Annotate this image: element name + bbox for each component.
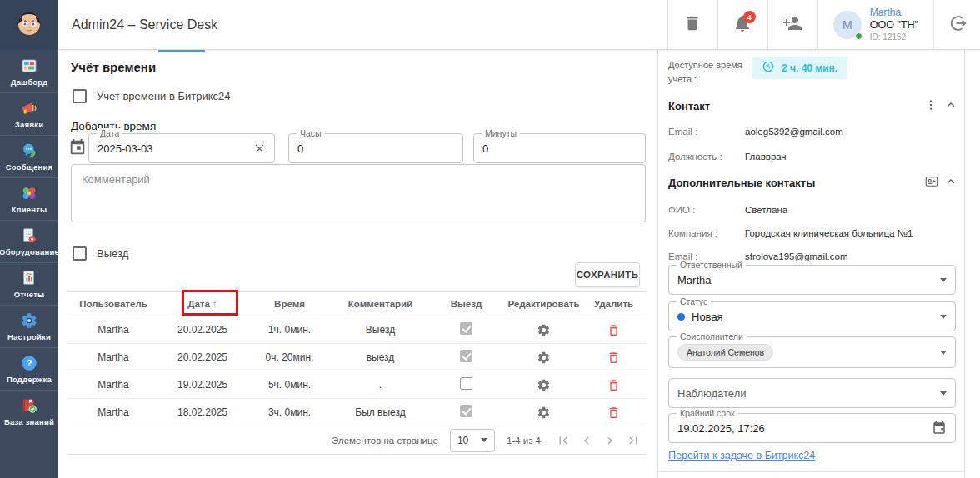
deadline-field-label: Крайний срок [677,408,738,418]
status-value: Новая [692,311,723,323]
sidebar-item-dashboard[interactable]: Дашборд [0,50,58,92]
trip-checkbox-row-0[interactable] [460,322,472,335]
sidebar-item-equipment[interactable]: Оборудование [0,220,58,262]
table-row: Martha 20.02.2025 0ч. 20мин. выезд [67,344,646,371]
user-avatar: M [833,11,862,39]
collapse-chevron-icon[interactable] [944,98,958,112]
trip-checkbox-row-2[interactable] [460,377,472,390]
sidebar-item-label: Сообщения [6,162,53,172]
calendar-icon[interactable] [932,421,947,436]
edit-button[interactable] [537,351,551,365]
edit-button[interactable] [537,378,551,392]
available-time-label: Доступное время учета : [668,58,753,86]
coexecutors-select[interactable]: Соисполнители Анатолий Семенов [668,336,956,368]
sidebar-item-tickets[interactable]: Заявки [0,92,58,135]
calendar-icon[interactable] [68,138,87,160]
field-value: aoleg5392@gmail.com [745,127,843,137]
trash-button[interactable] [668,0,718,49]
clear-date-icon[interactable] [253,142,266,155]
hours-field[interactable]: Часы [288,133,463,163]
cell-date: 20.02.2025 [160,324,245,336]
edit-button[interactable] [537,323,551,337]
cell-date: 20.02.2025 [160,351,245,363]
add-user-button[interactable] [768,0,818,49]
available-time-badge: 2 ч. 40 мин. [752,57,848,79]
cell-time: 5ч. 0мин. [245,379,334,391]
sidebar-item-knowledge-base[interactable]: База знаний [0,390,58,432]
status-select[interactable]: Статус Новая [668,301,956,331]
bitrix-time-checkbox[interactable] [72,89,87,103]
cell-user: Martha [67,406,160,418]
field-label: Должность : [668,152,745,162]
status-select-label: Статус [677,296,711,306]
trip-checkbox-row-1[interactable] [460,350,472,362]
sidebar-item-messages[interactable]: Сообщения [0,135,58,177]
user-id: ID: 12152 [870,32,918,43]
page-size-select[interactable]: 10 [450,429,495,452]
responsible-select[interactable]: Ответственный Martha [668,265,956,295]
prev-page-button[interactable] [576,433,598,448]
trip-checkbox-row-3[interactable] [460,405,472,417]
bitrix-time-checkbox-row: Учет времени в Битрикс24 [72,89,231,103]
save-button[interactable]: СОХРАНИТЬ [575,262,640,287]
delete-button[interactable] [607,406,621,420]
observers-select[interactable]: Наблюдатели [668,378,956,408]
first-page-button[interactable] [552,433,574,448]
sidebar-item-reports[interactable]: Отчеты [0,262,58,305]
date-field[interactable]: Дата [88,133,275,163]
kebab-menu-icon[interactable] [924,98,938,112]
sidebar-item-support[interactable]: ? Поддержка [0,347,58,390]
gear-icon [20,311,38,330]
app-logo[interactable] [0,0,58,50]
comment-textarea[interactable] [71,164,646,222]
cell-date: 19.02.2025 [160,379,245,391]
cell-time: 1ч. 0мин. [245,324,334,336]
delete-button[interactable] [607,351,621,365]
user-company: OOO "TH" [870,19,918,32]
help-icon: ? [20,354,38,372]
additional-contacts-title: Дополнительные контакты [668,177,815,189]
clients-icon [20,184,38,202]
sidebar-item-label: База знаний [4,417,54,426]
notifications-button[interactable]: 4 [718,0,768,49]
sidebar-item-label: Поддержка [7,375,52,384]
pagination-nav [552,433,644,448]
minutes-input[interactable] [482,142,637,155]
edit-button[interactable] [537,406,551,420]
last-page-button[interactable] [622,433,644,448]
next-page-button[interactable] [599,433,621,448]
minutes-field[interactable]: Минуты [473,133,646,163]
sidebar: Дашборд Заявки Сообщения Клиенты Оборудо… [0,0,58,478]
contact-field-row: Должность : Главврач [668,152,786,162]
sidebar-item-label: Клиенты [12,205,48,214]
cell-comment: . [334,379,427,391]
megaphone-icon [20,99,38,117]
cell-time: 3ч. 0мин. [245,406,334,418]
page-range: 1-4 из 4 [507,436,541,446]
logout-button[interactable] [933,0,980,49]
add-contact-card-icon[interactable] [924,174,939,189]
column-header-date[interactable]: Дата ↑ [160,299,245,309]
sidebar-item-settings[interactable]: Настройки [0,305,58,347]
knowledge-book-icon [20,396,38,415]
date-input[interactable] [98,142,253,155]
collapse-chevron-icon[interactable] [944,175,958,188]
delete-button[interactable] [607,378,621,392]
deadline-field[interactable]: Крайний срок 19.02.2025, 17:26 [668,413,956,443]
delete-button[interactable] [607,323,621,337]
equipment-icon [20,227,38,245]
trip-checkbox[interactable] [72,246,87,261]
sort-arrow-icon: ↑ [212,299,218,309]
user-menu[interactable]: M Martha OOO "TH" ID: 12152 [818,0,933,49]
field-value: Светлана [745,205,788,215]
trip-checkbox-row: Выезд [72,246,128,261]
panel-bottom-divider [658,471,964,472]
cell-user: Martha [67,324,160,336]
hours-input[interactable] [298,142,454,155]
bitrix-task-link[interactable]: Перейти к задаче в Битрикс24 [668,450,815,461]
column-header-time: Время [245,299,334,309]
column-header-trip: Выезд [427,299,506,309]
notifications-badge: 4 [743,11,756,23]
coexecutor-chip[interactable]: Анатолий Семенов [678,344,773,361]
sidebar-item-clients[interactable]: Клиенты [0,177,58,220]
